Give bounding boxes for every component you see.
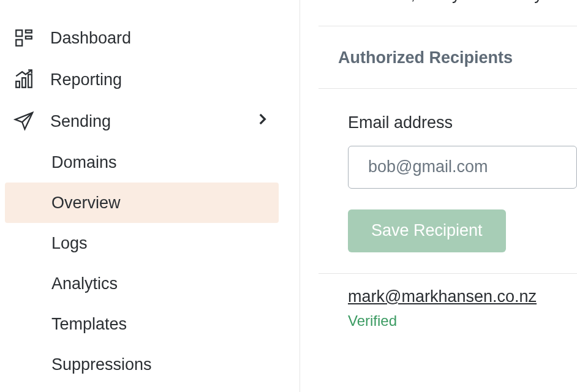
- sidebar-item-overview[interactable]: Overview: [5, 183, 279, 223]
- sidebar-item-label: Dashboard: [50, 29, 131, 48]
- svg-rect-0: [16, 30, 22, 36]
- svg-rect-5: [22, 78, 26, 88]
- sidebar: Dashboard Reporting Sending: [0, 0, 300, 392]
- main-content: credentials, and you're ready to Authori…: [300, 0, 577, 392]
- sidebar-item-label: Sending: [50, 112, 111, 131]
- sidebar-item-logs[interactable]: Logs: [5, 223, 279, 263]
- recipient-email-link[interactable]: mark@markhansen.co.nz: [348, 287, 537, 306]
- save-recipient-button[interactable]: Save Recipient: [348, 209, 506, 252]
- svg-rect-1: [26, 30, 32, 32]
- intro-text-fragment: credentials, and you're ready to: [319, 0, 577, 11]
- email-label: Email address: [348, 113, 577, 132]
- sidebar-item-reporting[interactable]: Reporting: [0, 59, 300, 100]
- sidebar-item-label: Suppressions: [51, 355, 152, 374]
- email-input[interactable]: [348, 146, 577, 189]
- sidebar-item-sending[interactable]: Sending: [0, 100, 300, 142]
- sidebar-item-label: Analytics: [51, 274, 118, 293]
- sidebar-item-label: Reporting: [50, 70, 122, 89]
- svg-rect-4: [16, 81, 20, 88]
- svg-rect-3: [16, 40, 22, 46]
- add-recipient-form: Email address Save Recipient: [319, 88, 577, 273]
- sending-sub-items: Domains Overview Logs Analytics Template…: [0, 142, 300, 385]
- sidebar-item-label: Domains: [51, 153, 117, 172]
- svg-rect-2: [26, 36, 32, 39]
- verified-badge: Verified: [348, 312, 577, 330]
- sidebar-item-templates[interactable]: Templates: [5, 304, 279, 344]
- sidebar-item-dashboard[interactable]: Dashboard: [0, 17, 300, 59]
- sidebar-item-label: Logs: [51, 234, 88, 253]
- bar-chart-arrow-icon: [13, 69, 50, 90]
- sidebar-item-label: Overview: [51, 194, 121, 213]
- svg-rect-6: [28, 75, 32, 88]
- sidebar-item-suppressions[interactable]: Suppressions: [5, 344, 279, 385]
- section-title: Authorized Recipients: [319, 26, 577, 88]
- dashboard-icon: [13, 28, 50, 48]
- chevron-right-icon: [254, 111, 270, 132]
- paper-plane-icon: [13, 111, 50, 132]
- recipient-row: mark@markhansen.co.nz Verified: [319, 273, 577, 330]
- sidebar-item-analytics[interactable]: Analytics: [5, 263, 279, 304]
- sidebar-item-label: Templates: [51, 315, 127, 334]
- sidebar-item-domains[interactable]: Domains: [5, 142, 279, 183]
